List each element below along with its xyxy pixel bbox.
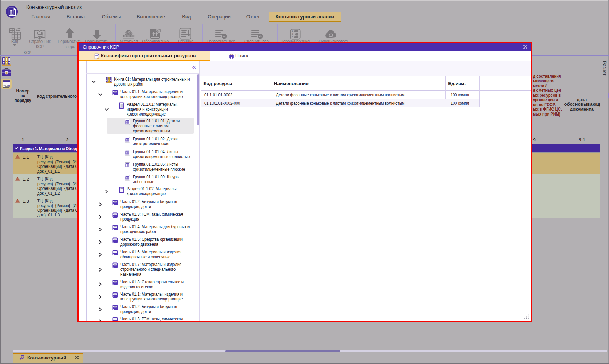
svg-text:1: 1 [292,30,293,32]
svg-text:2: 2 [292,32,293,35]
svg-text:3: 3 [292,35,293,38]
